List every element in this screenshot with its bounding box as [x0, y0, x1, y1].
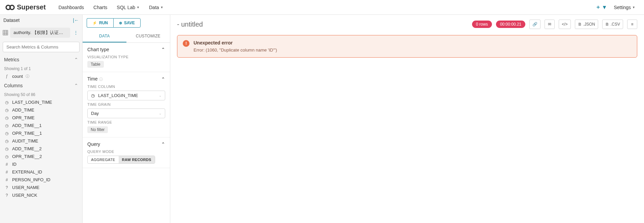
chevron-up-icon: ⌃	[161, 47, 165, 52]
code-button[interactable]: </>	[559, 20, 570, 29]
column-label: ADD_TIME	[12, 107, 34, 113]
query-mode-aggregate[interactable]: AGGREGATE	[88, 156, 119, 163]
save-button[interactable]: ⊕SAVE	[113, 18, 141, 28]
clock-icon: ◷	[4, 108, 9, 113]
brand-logo[interactable]: Superset	[5, 3, 46, 12]
column-item[interactable]: ◷ADD_TIME	[0, 106, 82, 114]
chart-type-section-toggle[interactable]: Chart type ⌃	[87, 47, 165, 52]
chart-content: - untitled 0 rows 00:00:00.21 🔗 ✉ </> 🗎.…	[170, 15, 644, 223]
caret-down-icon: ⌄	[159, 94, 162, 97]
metrics-section-toggle[interactable]: Metrics ⌃	[0, 54, 82, 65]
error-alert: ! Unexpected error Error: (1060, "Duplic…	[177, 35, 637, 58]
clock-icon: ◷	[4, 154, 9, 159]
column-item[interactable]: ◷OPR_TIME	[0, 114, 82, 122]
chevron-up-icon: ⌃	[74, 83, 78, 88]
help-icon: ⓘ	[26, 74, 29, 79]
tab-customize[interactable]: CUSTOMIZE	[126, 30, 170, 42]
column-item[interactable]: ?USER_NICK	[0, 191, 82, 199]
table-icon	[3, 30, 8, 35]
nav-charts[interactable]: Charts	[89, 5, 112, 10]
time-column-label: TIME COLUMN	[87, 85, 165, 89]
column-item[interactable]: #ID	[0, 160, 82, 168]
column-item[interactable]: ◷OPR_TIME__1	[0, 129, 82, 137]
query-section-toggle[interactable]: Query ⌃	[87, 141, 165, 147]
caret-down-icon: ⌄	[159, 112, 162, 115]
hash-icon: #	[4, 178, 9, 182]
column-item[interactable]: #EXTERNAL_ID	[0, 168, 82, 176]
collapse-sidebar-icon[interactable]: |←	[73, 18, 79, 23]
column-label: USER_NICK	[12, 193, 37, 198]
tab-data[interactable]: DATA	[83, 30, 126, 42]
column-item[interactable]: ◷OPR_TIME__2	[0, 153, 82, 160]
more-button[interactable]: ≡	[627, 20, 637, 29]
column-list: ◷LAST_LOGIN_TIME◷ADD_TIME◷OPR_TIME◷ADD_T…	[0, 98, 82, 223]
error-title: Unexpected error	[194, 40, 277, 45]
error-message: Error: (1060, "Duplicate column name 'ID…	[194, 47, 277, 53]
mail-icon: ✉	[548, 22, 551, 27]
dataset-menu-icon[interactable]: ⋮	[72, 30, 80, 35]
clock-icon: ◷	[4, 116, 9, 120]
search-input[interactable]	[3, 42, 80, 52]
top-nav: Superset Dashboards Charts SQL Lab▼ Data…	[0, 0, 644, 15]
bolt-icon: ⚡	[92, 21, 97, 25]
function-icon: f	[4, 74, 9, 79]
brand-text: Superset	[17, 3, 46, 11]
q-icon: ?	[4, 193, 9, 198]
column-item[interactable]: ◷ADD_TIME__1	[0, 122, 82, 129]
mail-button[interactable]: ✉	[545, 20, 555, 29]
query-mode-raw[interactable]: RAW RECORDS	[119, 156, 155, 163]
file-icon: 🗎	[605, 22, 609, 27]
run-button[interactable]: ⚡RUN	[87, 18, 113, 28]
columns-hint: Showing 50 of 86	[0, 91, 82, 98]
chart-title[interactable]: - untitled	[177, 21, 468, 28]
time-grain-select[interactable]: Day ⌄	[87, 108, 165, 118]
column-item[interactable]: ◷LAST_LOGIN_TIME	[0, 98, 82, 106]
column-label: LAST_LOGIN_TIME	[12, 100, 52, 105]
clock-icon: ◷	[4, 139, 9, 144]
query-mode-segment[interactable]: AGGREGATE RAW RECORDS	[87, 156, 155, 164]
column-label: ADD_TIME__2	[12, 146, 41, 151]
hamburger-icon: ≡	[631, 22, 633, 27]
clock-icon: ◷	[4, 131, 9, 136]
metric-item[interactable]: f count ⓘ	[0, 72, 82, 80]
nav-data[interactable]: Data▼	[144, 5, 168, 10]
column-label: ADD_TIME__1	[12, 123, 41, 128]
caret-down-icon: ▼	[137, 6, 140, 9]
dataset-select[interactable]: authority. 【权限】认证企业数	[10, 28, 70, 38]
hash-icon: #	[4, 170, 9, 174]
json-button[interactable]: 🗎.JSON	[575, 20, 598, 29]
nav-add-button[interactable]: ＋▼	[592, 4, 611, 11]
column-item[interactable]: ◷AUDIT_TIME	[0, 137, 82, 145]
code-icon: </>	[562, 22, 567, 27]
hash-icon: #	[4, 162, 9, 167]
csv-button[interactable]: 🗎.CSV	[602, 20, 623, 29]
dataset-sidebar: Dataset |← authority. 【权限】认证企业数 ⋮ Metric…	[0, 15, 83, 223]
time-column-select[interactable]: ◷LAST_LOGIN_TIME ⌄	[87, 91, 165, 100]
link-button[interactable]: 🔗	[529, 20, 540, 29]
column-item[interactable]: ?USER_NAME	[0, 184, 82, 191]
column-label: PERSON_INFO_ID	[12, 177, 50, 182]
column-label: EXTERNAL_ID	[12, 169, 42, 174]
column-item[interactable]: ◷ADD_TIME__2	[0, 145, 82, 153]
nav-sql-lab[interactable]: SQL Lab▼	[112, 5, 144, 10]
chevron-up-icon: ⌃	[161, 141, 165, 147]
chevron-up-icon: ⌃	[74, 57, 78, 62]
time-grain-label: TIME GRAIN	[87, 102, 165, 106]
column-label: OPR_TIME__1	[12, 131, 42, 136]
nav-dashboards[interactable]: Dashboards	[54, 5, 89, 10]
time-range-label: TIME RANGE	[87, 120, 165, 124]
caret-down-icon: ▼	[160, 6, 164, 9]
columns-section-toggle[interactable]: Columns ⌃	[0, 80, 82, 91]
q-icon: ?	[4, 185, 9, 190]
time-range-pill[interactable]: No filter	[87, 126, 108, 133]
nav-settings[interactable]: Settings▼	[610, 5, 639, 10]
column-label: ID	[12, 162, 17, 167]
time-badge: 00:00:00.21	[496, 21, 525, 28]
clock-icon: ◷	[4, 100, 9, 105]
column-item[interactable]: #PERSON_INFO_ID	[0, 176, 82, 184]
column-label: OPR_TIME	[12, 115, 34, 120]
viz-type-pill[interactable]: Table	[87, 61, 104, 68]
clock-icon: ◷	[4, 123, 9, 128]
time-section-toggle[interactable]: Timeⓘ ⌃	[87, 76, 165, 82]
chevron-up-icon: ⌃	[161, 76, 165, 82]
